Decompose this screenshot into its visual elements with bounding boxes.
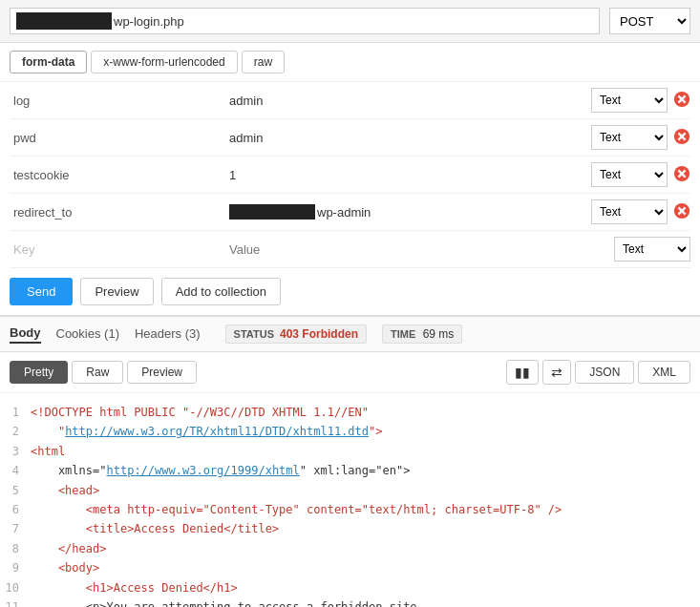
field-type-placeholder: TextFile — [614, 237, 690, 262]
remove-log[interactable] — [673, 91, 690, 111]
code-view: 1<!DOCTYPE html PUBLIC "-//W3C//DTD XHTM… — [0, 393, 700, 607]
line-number: 5 — [0, 481, 31, 500]
tab-form-data[interactable]: form-data — [10, 51, 87, 73]
type-select-pwd[interactable]: TextFile — [591, 125, 668, 150]
line-content: <meta http-equiv="Content-Type" content=… — [31, 500, 562, 519]
input-log[interactable] — [229, 94, 582, 108]
code-line: 8 </head> — [0, 539, 700, 558]
time-value: 69 ms — [423, 327, 455, 341]
line-content: xmlns="http://www.w3.org/1999/xhtml" xml… — [31, 461, 410, 480]
status-label: STATUS — [234, 328, 274, 340]
tab-body[interactable]: Body — [10, 325, 41, 344]
line-content: <p>You are attempting to access a forbid… — [31, 597, 424, 607]
line-content: <html — [31, 442, 65, 461]
value-black-box-redirect — [229, 204, 315, 220]
add-to-collection-button[interactable]: Add to collection — [161, 278, 281, 305]
field-key-redirect: redirect_to — [10, 205, 229, 220]
line-number: 1 — [0, 403, 31, 422]
url-bar: wp-login.php POST GET PUT PATCH DELETE — [0, 0, 700, 43]
time-badge: TIME 69 ms — [382, 324, 462, 344]
line-number: 11 — [0, 597, 31, 607]
field-type-pwd: TextFile — [591, 125, 690, 150]
view-tab-raw[interactable]: Raw — [72, 361, 123, 384]
type-select-testcookie[interactable]: TextFile — [591, 162, 668, 187]
line-number: 8 — [0, 539, 31, 558]
send-button[interactable]: Send — [10, 278, 73, 305]
field-type-testcookie: TextFile — [591, 162, 690, 187]
status-value: 403 Forbidden — [280, 327, 358, 341]
remove-pwd[interactable] — [673, 128, 690, 148]
copy-icon-btn[interactable]: ▮▮ — [506, 360, 539, 385]
input-new-value[interactable] — [229, 242, 605, 257]
field-key-testcookie: testcookie — [10, 168, 229, 182]
line-number: 4 — [0, 461, 31, 480]
input-redirect[interactable] — [317, 205, 477, 220]
status-badge: STATUS 403 Forbidden — [225, 324, 367, 344]
tab-headers[interactable]: Headers (3) — [135, 326, 201, 343]
response-header: Body Cookies (1) Headers (3) STATUS 403 … — [0, 315, 700, 352]
line-content: <title>Access Denied</title> — [31, 519, 279, 538]
code-line: 11 <p>You are attempting to access a for… — [0, 597, 700, 607]
field-type-log: TextFile — [591, 88, 690, 113]
table-row: testcookie TextFile — [10, 157, 690, 194]
line-number: 3 — [0, 442, 31, 461]
code-line: 3<html — [0, 442, 700, 461]
table-row: log TextFile — [10, 82, 690, 119]
time-label: TIME — [391, 328, 415, 340]
method-select[interactable]: POST GET PUT PATCH DELETE — [609, 8, 690, 34]
type-select-log[interactable]: TextFile — [591, 88, 668, 113]
wrap-icon-btn[interactable]: ⇄ — [542, 360, 571, 385]
field-value-pwd[interactable] — [229, 131, 582, 145]
tab-urlencoded[interactable]: x-www-form-urlencoded — [91, 51, 237, 73]
field-key-placeholder: Key — [10, 242, 229, 257]
field-type-redirect: TextFile — [591, 199, 690, 224]
code-line: 10 <h1>Access Denied</h1> — [0, 578, 700, 597]
body-type-tabs: form-data x-www-form-urlencoded raw — [0, 43, 700, 82]
code-line: 6 <meta http-equiv="Content-Type" conten… — [0, 500, 700, 519]
code-line: 9 <body> — [0, 558, 700, 577]
preview-button[interactable]: Preview — [80, 278, 153, 305]
view-tab-xml[interactable]: XML — [638, 361, 690, 384]
line-number: 9 — [0, 558, 31, 577]
type-select-redirect[interactable]: TextFile — [591, 199, 668, 224]
code-line: 7 <title>Access Denied</title> — [0, 519, 700, 538]
table-row: redirect_to TextFile — [10, 194, 690, 231]
tab-raw[interactable]: raw — [242, 51, 285, 73]
form-table: log TextFile pwd TextFile testcookie — [0, 82, 700, 268]
line-number: 6 — [0, 500, 31, 519]
line-number: 2 — [0, 422, 31, 441]
code-line: 2 "http://www.w3.org/TR/xhtml11/DTD/xhtm… — [0, 422, 700, 441]
table-row-empty: Key TextFile — [10, 231, 690, 268]
action-bar: Send Preview Add to collection — [0, 268, 700, 315]
view-tab-json[interactable]: JSON — [575, 361, 634, 384]
field-value-log[interactable] — [229, 94, 582, 108]
input-testcookie[interactable] — [229, 168, 582, 182]
view-tabs: Pretty Raw Preview ▮▮ ⇄ JSON XML — [0, 352, 700, 393]
field-key-pwd: pwd — [10, 131, 229, 145]
view-tab-pretty[interactable]: Pretty — [10, 361, 68, 384]
line-number: 10 — [0, 578, 31, 597]
remove-redirect[interactable] — [673, 202, 690, 222]
line-number: 7 — [0, 519, 31, 538]
input-pwd[interactable] — [229, 131, 582, 145]
type-select-new[interactable]: TextFile — [614, 237, 690, 262]
line-content: "http://www.w3.org/TR/xhtml11/DTD/xhtml1… — [31, 422, 382, 441]
line-content: <head> — [31, 481, 99, 500]
tab-cookies[interactable]: Cookies (1) — [56, 326, 119, 343]
line-content: <body> — [31, 558, 99, 577]
line-content: </head> — [31, 539, 106, 558]
field-value-redirect[interactable] — [229, 204, 582, 220]
table-row: pwd TextFile — [10, 119, 690, 157]
url-black-box — [16, 12, 112, 30]
view-tab-preview[interactable]: Preview — [127, 361, 197, 384]
code-line: 4 xmlns="http://www.w3.org/1999/xhtml" x… — [0, 461, 700, 480]
field-key-log: log — [10, 94, 229, 108]
field-value-placeholder[interactable] — [229, 242, 605, 257]
code-line: 1<!DOCTYPE html PUBLIC "-//W3C//DTD XHTM… — [0, 403, 700, 422]
url-path: wp-login.php — [114, 14, 184, 29]
code-line: 5 <head> — [0, 481, 700, 500]
line-content: <!DOCTYPE html PUBLIC "-//W3C//DTD XHTML… — [31, 403, 369, 422]
line-content: <h1>Access Denied</h1> — [31, 578, 238, 597]
remove-testcookie[interactable] — [673, 165, 690, 185]
field-value-testcookie[interactable] — [229, 168, 582, 182]
